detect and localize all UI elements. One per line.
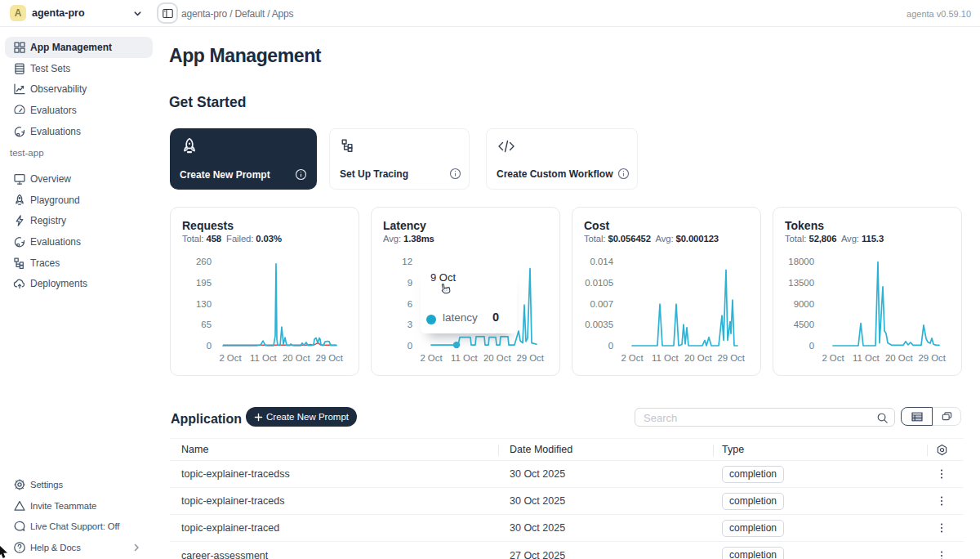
svg-text:0.0035: 0.0035 (585, 320, 613, 329)
svg-text:29 Oct: 29 Oct (315, 353, 343, 363)
svg-text:18000: 18000 (788, 257, 814, 266)
svg-text:0.014: 0.014 (590, 257, 613, 266)
svg-text:130: 130 (196, 299, 212, 309)
svg-text:2 Oct: 2 Oct (621, 353, 644, 363)
svg-text:2 Oct: 2 Oct (219, 353, 242, 363)
svg-text:0.007: 0.007 (590, 299, 613, 309)
svg-text:65: 65 (201, 320, 212, 329)
svg-text:11 Oct: 11 Oct (250, 353, 278, 363)
svg-text:20 Oct: 20 Oct (885, 353, 913, 363)
svg-text:13500: 13500 (788, 278, 814, 288)
svg-text:29 Oct: 29 Oct (516, 353, 544, 363)
svg-text:6: 6 (408, 299, 412, 309)
svg-text:195: 195 (196, 278, 212, 288)
svg-text:20 Oct: 20 Oct (684, 353, 712, 363)
svg-text:20 Oct: 20 Oct (483, 353, 511, 363)
svg-text:20 Oct: 20 Oct (283, 353, 310, 363)
svg-text:260: 260 (196, 257, 212, 266)
svg-text:0: 0 (608, 341, 613, 351)
svg-text:0: 0 (809, 341, 814, 351)
svg-text:12: 12 (402, 257, 412, 266)
svg-text:0: 0 (207, 341, 212, 351)
svg-text:9000: 9000 (794, 299, 814, 309)
svg-text:0.0105: 0.0105 (585, 278, 613, 288)
svg-text:29 Oct: 29 Oct (918, 353, 946, 363)
svg-text:11 Oct: 11 Oct (853, 353, 880, 363)
svg-text:9: 9 (408, 278, 412, 288)
svg-text:3: 3 (408, 320, 412, 329)
svg-text:11 Oct: 11 Oct (652, 353, 679, 363)
svg-text:2 Oct: 2 Oct (822, 353, 844, 363)
svg-text:11 Oct: 11 Oct (451, 353, 479, 363)
svg-text:0: 0 (408, 341, 412, 351)
svg-text:29 Oct: 29 Oct (717, 353, 745, 363)
svg-text:2 Oct: 2 Oct (420, 353, 443, 363)
svg-text:4500: 4500 (794, 320, 814, 329)
